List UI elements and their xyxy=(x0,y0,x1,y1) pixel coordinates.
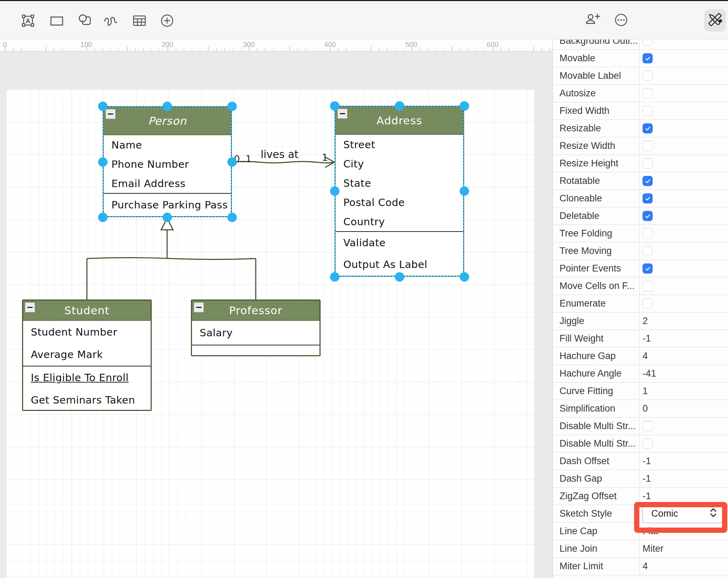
checkbox-unchecked[interactable] xyxy=(643,88,653,98)
property-text-value[interactable]: -1 xyxy=(643,333,651,344)
property-text-value[interactable]: Flat xyxy=(643,526,658,537)
rectangle-tool-button[interactable] xyxy=(48,12,66,29)
class-field[interactable]: Phone Number xyxy=(104,154,231,174)
insert-shape-button[interactable] xyxy=(158,12,176,29)
selection-handle[interactable] xyxy=(460,101,469,111)
checkbox-unchecked[interactable] xyxy=(643,439,653,449)
insert-plus-icon xyxy=(158,12,176,29)
shapes-tool-button[interactable] xyxy=(76,12,94,29)
checkbox-unchecked[interactable] xyxy=(643,298,653,309)
selection-handle[interactable] xyxy=(98,157,108,167)
selection-handle[interactable] xyxy=(330,272,339,282)
selection-handle[interactable] xyxy=(330,186,339,196)
property-text-value[interactable]: 4 xyxy=(643,561,648,572)
checkbox-unchecked[interactable] xyxy=(643,106,653,116)
property-label: Cloneable xyxy=(553,190,639,207)
sketch-style-select[interactable]: Comic xyxy=(643,505,723,523)
property-row: Cloneable xyxy=(553,190,728,207)
property-row: Tree Moving xyxy=(553,242,728,260)
class-field[interactable]: Average Mark xyxy=(23,343,151,366)
collapse-minus-button[interactable] xyxy=(25,302,35,312)
selection-handle[interactable] xyxy=(98,102,108,111)
app-window: A xyxy=(0,0,728,578)
selection-handle[interactable] xyxy=(227,102,237,111)
property-text-value[interactable]: -1 xyxy=(643,473,651,484)
selection-handle[interactable] xyxy=(98,213,108,222)
sketch-mode-toggle-button[interactable] xyxy=(704,9,726,32)
checkbox-unchecked[interactable] xyxy=(643,421,653,431)
class-field[interactable]: Name xyxy=(104,135,231,154)
property-text-value[interactable]: 0 xyxy=(643,403,648,414)
selection-handle[interactable] xyxy=(460,186,469,196)
property-label: Hachure Gap xyxy=(553,348,639,365)
selection-handle[interactable] xyxy=(460,272,469,282)
canvas-background[interactable]: Person Name Phone Number Email Address P… xyxy=(0,51,552,578)
freehand-tool-button[interactable] xyxy=(103,12,120,29)
minus-icon xyxy=(108,113,113,115)
class-header[interactable]: Person xyxy=(104,107,231,135)
selection-handle[interactable] xyxy=(163,213,172,222)
edge-target-multiplicity[interactable]: 1 xyxy=(322,152,328,163)
property-value: -1 xyxy=(639,330,728,347)
property-value: Miter xyxy=(639,540,728,557)
class-field[interactable]: Salary xyxy=(192,321,320,345)
class-method[interactable]: Get Seminars Taken xyxy=(23,389,151,411)
class-header[interactable]: Student xyxy=(23,301,151,321)
uml-class-student[interactable]: Student Student Number Average Mark Is E… xyxy=(22,300,152,411)
more-options-icon xyxy=(612,11,630,29)
edge-label-lives-at[interactable]: lives at xyxy=(252,148,308,160)
checkbox-unchecked[interactable] xyxy=(643,141,653,151)
checkbox-unchecked[interactable] xyxy=(643,158,653,168)
class-field[interactable]: City xyxy=(336,154,463,173)
property-text-value[interactable]: 4 xyxy=(643,351,648,362)
class-method[interactable]: Is Eligible To Enroll xyxy=(23,366,151,389)
table-tool-button[interactable] xyxy=(131,12,148,29)
class-field[interactable]: Student Number xyxy=(23,321,151,343)
share-button[interactable] xyxy=(584,11,602,29)
class-field[interactable]: Postal Code xyxy=(336,193,463,212)
selection-handle[interactable] xyxy=(330,101,339,111)
checkbox-checked[interactable] xyxy=(643,176,653,186)
class-method[interactable]: Validate xyxy=(336,232,463,254)
selection-handle[interactable] xyxy=(227,157,237,167)
collapse-minus-button[interactable] xyxy=(337,109,348,119)
class-field[interactable]: Email Address xyxy=(104,174,231,193)
selection-handle[interactable] xyxy=(227,213,237,222)
property-text-value[interactable]: 2 xyxy=(643,316,648,326)
checkbox-unchecked[interactable] xyxy=(643,40,653,46)
selection-handle[interactable] xyxy=(163,102,172,111)
collapse-minus-button[interactable] xyxy=(105,109,116,119)
property-text-value[interactable]: -41 xyxy=(643,368,656,379)
select-chevrons-icon xyxy=(709,507,717,520)
property-text-value[interactable]: -1 xyxy=(643,491,651,502)
checkbox-checked[interactable] xyxy=(643,193,653,204)
class-header[interactable]: Address xyxy=(336,107,463,135)
class-field[interactable]: Street xyxy=(336,135,463,154)
selection-handle[interactable] xyxy=(395,272,404,282)
drawing-page[interactable]: Person Name Phone Number Email Address P… xyxy=(6,89,534,578)
collapse-minus-button[interactable] xyxy=(194,302,204,312)
checkbox-checked[interactable] xyxy=(643,123,653,133)
text-tool-icon: A xyxy=(19,12,37,29)
checkbox-checked[interactable] xyxy=(643,211,653,221)
more-options-button[interactable] xyxy=(612,11,630,29)
class-header[interactable]: Professor xyxy=(192,301,320,321)
checkbox-unchecked[interactable] xyxy=(643,71,653,81)
checkbox-checked[interactable] xyxy=(643,53,653,63)
uml-class-person[interactable]: Person Name Phone Number Email Address P… xyxy=(103,106,232,217)
property-label: Movable xyxy=(553,50,639,67)
checkbox-unchecked[interactable] xyxy=(643,281,653,291)
class-field[interactable]: State xyxy=(336,173,463,193)
property-row: Hachure Angle-41 xyxy=(553,365,728,383)
property-text-value[interactable]: -1 xyxy=(643,456,651,467)
property-text-value[interactable]: Miter xyxy=(643,543,664,554)
text-tool-button[interactable]: A xyxy=(19,12,37,29)
checkbox-unchecked[interactable] xyxy=(643,228,653,239)
uml-class-address[interactable]: Address Street City State Postal Code Co… xyxy=(335,106,464,277)
class-field[interactable]: Country xyxy=(336,212,463,231)
property-text-value[interactable]: 1 xyxy=(643,386,648,397)
selection-handle[interactable] xyxy=(395,101,404,111)
uml-class-professor[interactable]: Professor Salary xyxy=(191,300,321,356)
checkbox-unchecked[interactable] xyxy=(643,246,653,256)
checkbox-checked[interactable] xyxy=(643,263,653,274)
